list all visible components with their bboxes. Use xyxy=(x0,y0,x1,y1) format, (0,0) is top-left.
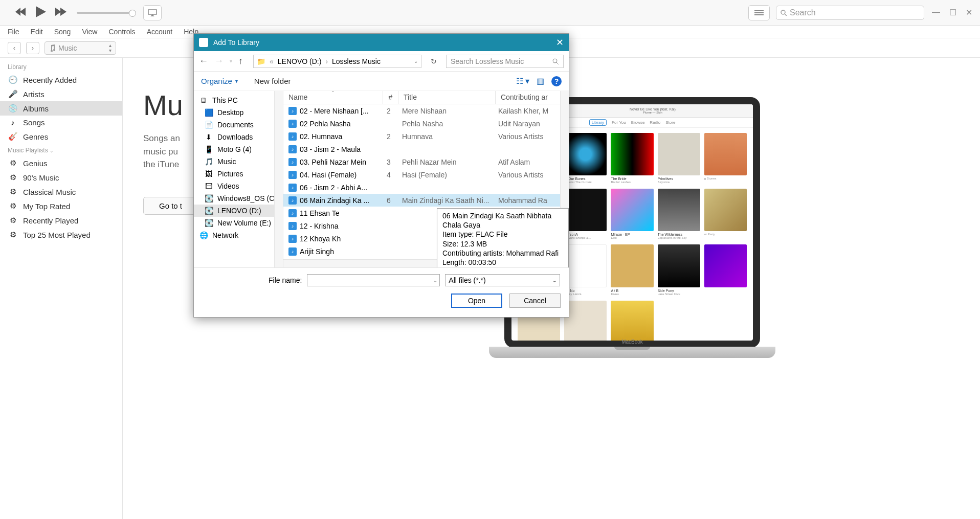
chevron-down-icon[interactable]: ⌄ xyxy=(433,278,437,283)
tree-item-desktop[interactable]: 🟦Desktop xyxy=(194,106,283,119)
sidebar-item-90-s-music[interactable]: ⚙90's Music xyxy=(0,170,122,185)
dialog-up-button[interactable]: ↑ xyxy=(238,56,243,66)
tree-item-new-volume-e-[interactable]: 💽New Volume (E:) xyxy=(194,217,283,229)
close-button[interactable]: ✕ xyxy=(966,8,972,17)
menu-controls[interactable]: Controls xyxy=(108,28,135,36)
breadcrumb[interactable]: 📁 « LENOVO (D:) › Lossless Music ⌄ xyxy=(253,55,421,68)
sidebar-item-genius[interactable]: ⚙Genius xyxy=(0,156,122,170)
breadcrumb-drive[interactable]: LENOVO (D:) xyxy=(278,57,322,65)
previous-button[interactable] xyxy=(15,8,27,18)
column-title[interactable]: Title xyxy=(398,91,496,104)
organize-button[interactable]: Organize ▼ xyxy=(201,77,239,85)
menu-view[interactable]: View xyxy=(82,28,97,36)
album-item[interactable]: In Our BonesAgainst The Current xyxy=(564,133,607,184)
file-row[interactable]: ♪06 Main Zindagi Ka ...6Main Zindagi Ka … xyxy=(283,194,569,207)
search-input[interactable]: Search xyxy=(776,6,924,20)
dialog-search-input[interactable]: Search Lossless Music xyxy=(446,55,564,68)
minimize-button[interactable]: — xyxy=(932,8,940,17)
menu-account[interactable]: Account xyxy=(147,28,173,36)
play-button[interactable] xyxy=(36,6,46,19)
file-row[interactable]: ♪04. Hasi (Female)4Hasi (Female)Various … xyxy=(283,168,569,181)
file-row[interactable]: ♪02 Pehla NashaPehla NashaUdit Narayan xyxy=(283,117,569,130)
sidebar-item-recently-added[interactable]: 🕘Recently Added xyxy=(0,73,122,87)
album-artist: Jessy Lanza xyxy=(564,292,607,296)
refresh-button[interactable]: ↻ xyxy=(431,57,437,65)
sidebar-item-songs[interactable]: ♪Songs xyxy=(0,116,122,129)
breadcrumb-folder[interactable]: Lossless Music xyxy=(332,57,381,65)
dialog-forward-button[interactable]: → xyxy=(214,56,224,66)
album-item[interactable] xyxy=(704,244,747,295)
file-row[interactable]: ♪02. Humnava2HumnavaVarious Artists xyxy=(283,130,569,143)
airplay-button[interactable] xyxy=(143,5,162,20)
album-item[interactable]: PrimitivesBayonne xyxy=(658,133,700,184)
menu-song[interactable]: Song xyxy=(54,28,71,36)
maximize-button[interactable]: ☐ xyxy=(949,8,956,17)
tree-item-downloads[interactable]: ⬇Downloads xyxy=(194,131,283,143)
tree-item-documents[interactable]: 📄Documents xyxy=(194,119,283,131)
cancel-button[interactable]: Cancel xyxy=(509,294,561,308)
tree-item-network[interactable]: 🌐Network xyxy=(194,229,283,241)
volume-slider[interactable] xyxy=(77,12,133,14)
sidebar-item-classical-music[interactable]: ⚙Classical Music xyxy=(0,185,122,199)
album-art xyxy=(704,133,747,175)
dialog-recent-button[interactable]: ▾ xyxy=(230,58,232,64)
tree-item-videos[interactable]: 🎞Videos xyxy=(194,180,283,192)
file-row[interactable]: ♪03 - Jism 2 - Maula xyxy=(283,143,569,155)
album-item[interactable]: PersonAEdward Sharpe &... xyxy=(564,189,607,239)
filetype-select[interactable]: All files (*.*)⌄ xyxy=(445,274,560,286)
album-item[interactable]: The BrideBat for Lashes xyxy=(611,133,653,184)
view-options-button[interactable]: ☷ ▾ xyxy=(516,76,529,86)
file-row[interactable]: ♪03. Pehli Nazar Mein3Pehli Nazar MeinAt… xyxy=(283,155,569,168)
column-name[interactable]: Name⌃ xyxy=(283,91,383,104)
mac-tab-store[interactable]: Store xyxy=(665,120,675,125)
search-icon xyxy=(552,58,559,65)
next-button[interactable] xyxy=(55,8,66,18)
nav-forward-button[interactable]: › xyxy=(26,42,39,54)
file-row[interactable]: ♪06 - Jism 2 - Abhi A... xyxy=(283,181,569,194)
tree-item-moto-g-4-[interactable]: 📱Moto G (4) xyxy=(194,143,283,155)
mac-tab-browse[interactable]: Browse xyxy=(631,120,645,125)
album-artist: Lake Street Dive xyxy=(658,292,700,296)
album-item[interactable]: or Party xyxy=(704,189,747,239)
help-button[interactable]: ? xyxy=(551,76,562,86)
album-item[interactable]: A / BKaleo xyxy=(611,244,653,295)
album-item[interactable]: The WildernessExplosions in the Sky xyxy=(658,189,700,239)
list-view-button[interactable] xyxy=(748,5,770,20)
sidebar-item-genres[interactable]: 🎸Genres xyxy=(0,129,122,144)
filename-input[interactable]: ⌄ xyxy=(307,274,440,286)
file-row[interactable]: ♪02 - Mere Nishaan [...2Mere NishaanKail… xyxy=(283,104,569,117)
album-item[interactable] xyxy=(564,301,607,345)
new-folder-button[interactable]: New folder xyxy=(254,77,291,85)
goto-button[interactable]: Go to t xyxy=(143,197,198,215)
dialog-close-button[interactable]: ✕ xyxy=(556,37,564,48)
tree-item-lenovo-d-[interactable]: 💽LENOVO (D:) xyxy=(194,205,283,217)
sidebar-item-albums[interactable]: 💿Albums xyxy=(0,101,122,116)
tree-item-this-pc[interactable]: 🖥This PC xyxy=(194,94,283,106)
open-button[interactable]: Open xyxy=(451,294,502,308)
column-number[interactable]: # xyxy=(383,91,398,104)
breadcrumb-dropdown-icon[interactable]: ⌄ xyxy=(414,58,418,64)
menu-file[interactable]: File xyxy=(8,28,19,36)
sidebar-item-recently-played[interactable]: ⚙Recently Played xyxy=(0,213,122,228)
column-artist[interactable]: Contributing ar xyxy=(496,91,569,104)
dialog-back-button[interactable]: ← xyxy=(199,56,208,66)
sidebar-item-top-25-most-played[interactable]: ⚙Top 25 Most Played xyxy=(0,228,122,242)
album-item[interactable]: Oh NoJessy Lanza xyxy=(564,244,607,295)
sidebar-item-my-top-rated[interactable]: ⚙My Top Rated xyxy=(0,199,122,213)
album-item[interactable] xyxy=(611,301,653,345)
mac-tab-foryou[interactable]: For You xyxy=(612,120,626,125)
menu-edit[interactable]: Edit xyxy=(31,28,43,36)
tree-item-pictures[interactable]: 🖼Pictures xyxy=(194,168,283,180)
sidebar-item-artists[interactable]: 🎤Artists xyxy=(0,87,122,101)
album-item[interactable]: g Stones xyxy=(704,133,747,184)
preview-pane-button[interactable]: ▥ xyxy=(537,76,544,86)
mac-tab-radio[interactable]: Radio xyxy=(650,120,660,125)
library-dropdown[interactable]: Music ▴▾ xyxy=(44,41,116,55)
album-item[interactable]: Side PonyLake Street Dive xyxy=(658,244,700,295)
mac-tab-library[interactable]: Library xyxy=(589,119,607,126)
album-item[interactable]: Mirage - EPElse xyxy=(611,189,653,239)
nav-back-button[interactable]: ‹ xyxy=(8,42,21,54)
tree-item-music[interactable]: 🎵Music xyxy=(194,155,283,168)
tree-item-windows8-os-c[interactable]: 💽Windows8_OS (C xyxy=(194,192,283,205)
tree-item-label: Desktop xyxy=(217,108,243,117)
